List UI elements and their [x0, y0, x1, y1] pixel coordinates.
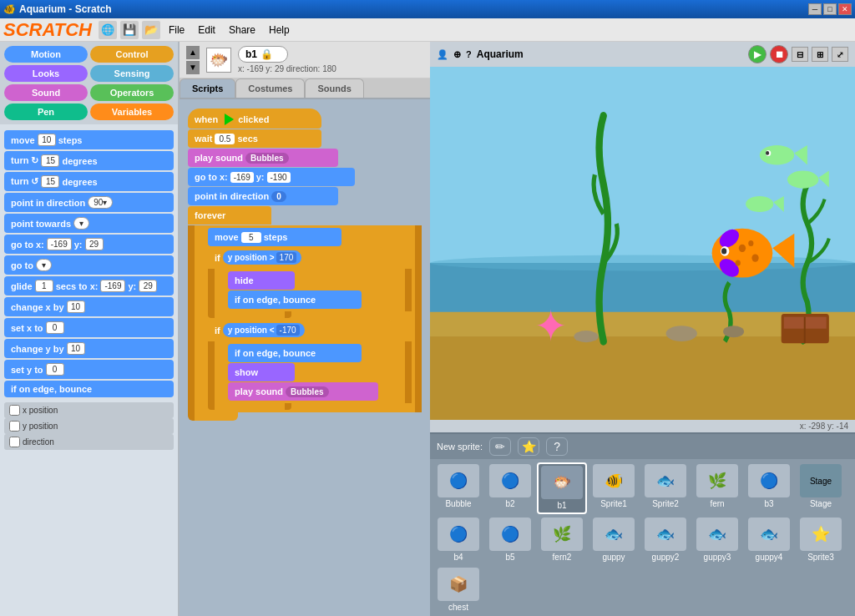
sprite-label-sprite3: Sprite3: [797, 553, 844, 562]
cat-looks-button[interactable]: Looks: [4, 65, 88, 82]
title-bar: 🐠 Aquarium - Scratch ─ □ ✕: [0, 0, 855, 18]
nav-up-button[interactable]: ▲: [186, 46, 200, 59]
block-edge-bounce-1[interactable]: if on edge, bounce: [228, 290, 362, 309]
block-point-towards[interactable]: point towards ▾: [4, 214, 174, 233]
sprite-item-b2[interactable]: 🔵 b2: [485, 462, 535, 514]
forever-header[interactable]: forever: [188, 206, 271, 225]
window-title: Aquarium - Scratch: [19, 3, 112, 15]
green-flag-button[interactable]: ▶: [748, 45, 766, 63]
block-turn-cw[interactable]: turn ↻ 15 degrees: [4, 151, 174, 170]
block-turn-ccw[interactable]: turn ↺ 15 degrees: [4, 172, 174, 191]
block-point-dir-script[interactable]: point in direction 0: [188, 187, 338, 205]
sprite-item-chest[interactable]: 📦 chest: [433, 566, 483, 614]
new-sprite-paint-button[interactable]: ✏: [489, 437, 511, 456]
close-button[interactable]: ✕: [838, 3, 852, 15]
cat-motion-button[interactable]: Motion: [4, 46, 88, 63]
stage-header: 👤 ⊕ ? Aquarium ▶ ⏹ ⊟ ⊞ ⤢: [430, 42, 855, 67]
sprite-item-b1[interactable]: 🐡 b1: [537, 462, 587, 514]
svg-rect-3: [430, 336, 855, 420]
block-set-x[interactable]: set x to 0: [4, 318, 174, 337]
sprite-item-guppy4[interactable]: 🐟 guppy4: [744, 516, 794, 564]
block-play-sound[interactable]: play sound Bubbles: [188, 149, 338, 167]
sprite-thumb-guppy3: 🐟: [696, 518, 738, 551]
sprite-item-bubble[interactable]: 🔵 Bubble: [433, 462, 483, 514]
sprite-item-guppy2[interactable]: 🐟 guppy2: [640, 516, 691, 564]
nav-down-button[interactable]: ▼: [186, 61, 200, 74]
sprite-item-sprite1[interactable]: 🐠 Sprite1: [589, 462, 639, 514]
menu-share[interactable]: Share: [222, 24, 262, 36]
sprite-item-b4[interactable]: 🔵 b4: [433, 516, 483, 564]
block-goto-xy-script[interactable]: go to x: -169 y: -190: [188, 168, 355, 186]
tab-sounds[interactable]: Sounds: [305, 78, 363, 98]
block-move-script[interactable]: move 5 steps: [208, 228, 341, 246]
stage-title: Aquarium: [477, 48, 524, 60]
cat-sensing-button[interactable]: Sensing: [90, 65, 174, 82]
app-icon: 🐠: [3, 3, 16, 15]
sprite-label-b5: b5: [487, 553, 534, 562]
block-play-sound-2[interactable]: play sound Bubbles: [228, 382, 378, 401]
globe-icon[interactable]: 🌐: [99, 21, 117, 39]
maximize-button[interactable]: □: [823, 3, 837, 15]
block-edge-bounce-2[interactable]: if on edge, bounce: [228, 344, 362, 362]
block-set-y[interactable]: set y to 0: [4, 360, 174, 379]
sprite-item-guppy[interactable]: 🐟 guppy: [589, 516, 639, 564]
sprite-item-stage[interactable]: Stage Stage: [796, 462, 846, 514]
cat-operators-button[interactable]: Operators: [90, 84, 174, 101]
sprite-thumb-guppy4: 🐟: [748, 518, 790, 551]
tab-costumes[interactable]: Costumes: [235, 78, 305, 98]
sprite-thumb-b5: 🔵: [489, 518, 531, 551]
checkbox-direction[interactable]: [9, 437, 20, 447]
view-normal-button[interactable]: ⊞: [812, 47, 828, 62]
sprite-item-guppy3[interactable]: 🐟 guppy3: [692, 516, 742, 564]
menu-edit[interactable]: Edit: [191, 24, 222, 36]
save-icon[interactable]: 💾: [120, 21, 139, 39]
block-goto-xy[interactable]: go to x: -169 y: 29: [4, 235, 174, 254]
block-when-flag-clicked[interactable]: when clicked: [188, 109, 321, 129]
sprite-item-fern[interactable]: 🌿 fern: [692, 462, 742, 514]
block-move[interactable]: move 10 steps: [4, 130, 174, 149]
block-glide[interactable]: glide 1 secs to x: -169 y: 29: [4, 276, 174, 295]
if-y-170-header[interactable]: if y position > 170: [208, 247, 383, 268]
block-if-on-edge[interactable]: if on edge, bounce: [4, 381, 174, 397]
block-point-direction[interactable]: point in direction 90▾: [4, 193, 174, 212]
view-full-button[interactable]: ⤢: [832, 47, 848, 62]
new-sprite-star-button[interactable]: ⭐: [518, 437, 539, 456]
block-wait[interactable]: wait 0.5 secs: [188, 129, 321, 148]
sprite-item-b5[interactable]: 🔵 b5: [485, 516, 535, 564]
stop-button[interactable]: ⏹: [770, 45, 788, 63]
view-small-button[interactable]: ⊟: [792, 47, 808, 62]
minimize-button[interactable]: ─: [808, 3, 822, 15]
cat-control-button[interactable]: Control: [90, 46, 174, 63]
cat-variables-button[interactable]: Variables: [90, 104, 174, 120]
open-icon[interactable]: 📂: [142, 21, 160, 39]
menu-help[interactable]: Help: [262, 24, 296, 36]
cat-sound-button[interactable]: Sound: [4, 84, 88, 101]
new-sprite-question-button[interactable]: ?: [546, 437, 568, 456]
tab-scripts[interactable]: Scripts: [180, 78, 235, 98]
check-x-position[interactable]: x position: [4, 402, 174, 418]
block-change-x[interactable]: change x by 10: [4, 297, 174, 316]
scripts-panel: ▲ ▼ 🐡 b1 🔒 x: -169 y: 29 direction: 180 …: [180, 42, 430, 616]
sprite-item-sprite2[interactable]: 🐟 Sprite2: [640, 462, 691, 514]
menu-file[interactable]: File: [162, 24, 191, 36]
if-neg-170-header[interactable]: if y position < -170: [208, 320, 392, 341]
title-bar-left: 🐠 Aquarium - Scratch: [3, 3, 112, 15]
block-goto[interactable]: go to ▾: [4, 255, 174, 275]
block-show[interactable]: show: [228, 363, 295, 381]
forever-cap: [188, 412, 238, 421]
sprite-item-fern2[interactable]: 🌿 fern2: [537, 516, 587, 564]
checkbox-x-position[interactable]: [9, 405, 20, 416]
sprite-thumb-chest: 📦: [438, 568, 479, 601]
cat-pen-button[interactable]: Pen: [4, 104, 88, 120]
starfish: ✦: [534, 301, 567, 351]
stage-controls: ▶ ⏹ ⊟ ⊞ ⤢: [748, 45, 848, 63]
sprite-label-b2: b2: [487, 499, 534, 508]
sprite-item-sprite3[interactable]: ⭐ Sprite3: [796, 516, 846, 564]
block-change-y[interactable]: change y by 10: [4, 339, 174, 358]
checkbox-y-position[interactable]: [9, 421, 20, 432]
sprite-thumb-fern2: 🌿: [541, 518, 583, 551]
check-y-position[interactable]: y position: [4, 418, 174, 434]
sprite-item-b3[interactable]: 🔵 b3: [744, 462, 794, 514]
check-direction[interactable]: direction: [4, 434, 174, 450]
block-hide[interactable]: hide: [228, 271, 295, 290]
